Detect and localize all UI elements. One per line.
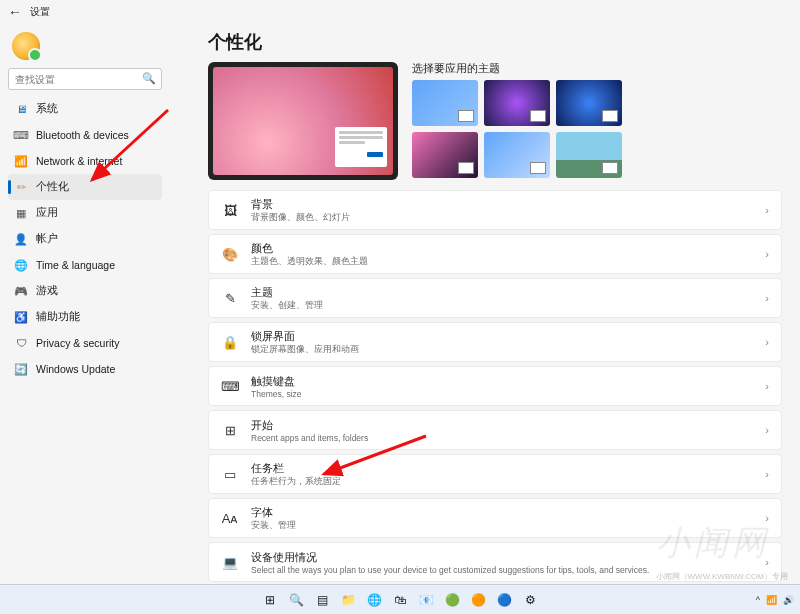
theme-option[interactable] (412, 132, 478, 178)
chevron-right-icon: › (765, 556, 769, 568)
sidebar-icon: 🖥 (14, 102, 28, 116)
settings-card-4[interactable]: ⌨ 触摸键盘 Themes, size › (208, 366, 782, 406)
theme-option[interactable] (412, 80, 478, 126)
sidebar-item-5[interactable]: 👤帐户 (8, 226, 162, 252)
theme-option[interactable] (484, 132, 550, 178)
tray-network-icon[interactable]: 📶 (766, 595, 777, 605)
theme-option[interactable] (556, 80, 622, 126)
card-desc: Themes, size (251, 389, 765, 399)
card-icon: ⌨ (221, 379, 239, 394)
watermark-small: 小闻网（WWW.KWBNW.COM）专用 (656, 571, 788, 582)
card-icon: ▭ (221, 467, 239, 482)
card-desc: 背景图像、颜色、幻灯片 (251, 212, 765, 224)
sidebar-item-label: Bluetooth & devices (36, 129, 129, 141)
card-title: 触摸键盘 (251, 374, 765, 389)
taskbar-icon-3[interactable]: 📁 (338, 590, 358, 610)
settings-card-2[interactable]: ✎ 主题 安装、创建、管理 › (208, 278, 782, 318)
card-icon: 🖼 (221, 203, 239, 218)
card-icon: Aᴀ (221, 511, 239, 526)
theme-option[interactable] (556, 132, 622, 178)
settings-card-5[interactable]: ⊞ 开始 Recent apps and items, folders › (208, 410, 782, 450)
sidebar-icon: ⌨ (14, 128, 28, 142)
sidebar-item-label: 应用 (36, 206, 58, 220)
taskbar-icon-6[interactable]: 📧 (416, 590, 436, 610)
sidebar-item-6[interactable]: 🌐Time & language (8, 252, 162, 278)
taskbar-icon-1[interactable]: 🔍 (286, 590, 306, 610)
sidebar-item-label: Windows Update (36, 363, 115, 375)
card-icon: 🎨 (221, 247, 239, 262)
sidebar-item-label: 辅助功能 (36, 310, 80, 324)
card-icon: 💻 (221, 555, 239, 570)
card-title: 颜色 (251, 241, 765, 256)
sidebar-item-8[interactable]: ♿辅助功能 (8, 304, 162, 330)
taskbar-icon-5[interactable]: 🛍 (390, 590, 410, 610)
sidebar-icon: 📶 (14, 154, 28, 168)
taskbar-icon-2[interactable]: ▤ (312, 590, 332, 610)
settings-card-0[interactable]: 🖼 背景 背景图像、颜色、幻灯片 › (208, 190, 782, 230)
system-tray[interactable]: ^ 📶 🔊 (756, 595, 794, 605)
sidebar-item-2[interactable]: 📶Network & internet (8, 148, 162, 174)
desktop-preview (208, 62, 398, 180)
chevron-right-icon: › (765, 204, 769, 216)
chevron-right-icon: › (765, 248, 769, 260)
sidebar-item-label: 游戏 (36, 284, 58, 298)
taskbar[interactable]: ⊞🔍▤📁🌐🛍📧🟢🟠🔵⚙ ^ 📶 🔊 (0, 584, 800, 614)
sidebar-icon: 🔄 (14, 362, 28, 376)
sidebar-icon: 🛡 (14, 336, 28, 350)
card-title: 主题 (251, 285, 765, 300)
theme-grid (412, 80, 782, 178)
chevron-right-icon: › (765, 512, 769, 524)
settings-card-7[interactable]: Aᴀ 字体 安装、管理 › (208, 498, 782, 538)
search-box[interactable]: 🔍 (8, 68, 162, 90)
sidebar-item-label: Privacy & security (36, 337, 119, 349)
user-avatar[interactable] (12, 32, 40, 60)
settings-card-1[interactable]: 🎨 颜色 主题色、透明效果、颜色主题 › (208, 234, 782, 274)
taskbar-icon-7[interactable]: 🟢 (442, 590, 462, 610)
chevron-right-icon: › (765, 380, 769, 392)
sidebar-item-label: 帐户 (36, 232, 58, 246)
card-desc: 锁定屏幕图像、应用和动画 (251, 344, 765, 356)
card-desc: 任务栏行为，系统固定 (251, 476, 765, 488)
taskbar-icon-10[interactable]: ⚙ (520, 590, 540, 610)
search-icon: 🔍 (142, 72, 156, 85)
sidebar-item-4[interactable]: ▦应用 (8, 200, 162, 226)
back-button[interactable]: ← (8, 4, 22, 20)
taskbar-icon-4[interactable]: 🌐 (364, 590, 384, 610)
chevron-right-icon: › (765, 468, 769, 480)
sidebar-icon: ▦ (14, 206, 28, 220)
card-desc: 主题色、透明效果、颜色主题 (251, 256, 765, 268)
sidebar-icon: ♿ (14, 310, 28, 324)
search-input[interactable] (8, 68, 162, 90)
card-title: 任务栏 (251, 461, 765, 476)
tray-chevron-icon[interactable]: ^ (756, 595, 760, 605)
chevron-right-icon: › (765, 292, 769, 304)
taskbar-icon-8[interactable]: 🟠 (468, 590, 488, 610)
sidebar-item-10[interactable]: 🔄Windows Update (8, 356, 162, 382)
card-icon: ✎ (221, 291, 239, 306)
theme-section-label: 选择要应用的主题 (412, 62, 782, 76)
sidebar-icon: ✏ (14, 180, 28, 194)
sidebar-item-label: 系统 (36, 102, 58, 116)
chevron-right-icon: › (765, 336, 769, 348)
chevron-right-icon: › (765, 424, 769, 436)
card-icon: 🔒 (221, 335, 239, 350)
tray-volume-icon[interactable]: 🔊 (783, 595, 794, 605)
taskbar-icon-9[interactable]: 🔵 (494, 590, 514, 610)
theme-option[interactable] (484, 80, 550, 126)
sidebar-icon: 🎮 (14, 284, 28, 298)
sidebar-item-label: 个性化 (36, 180, 69, 194)
card-desc: 安装、管理 (251, 520, 765, 532)
settings-card-3[interactable]: 🔒 锁屏界面 锁定屏幕图像、应用和动画 › (208, 322, 782, 362)
page-title: 个性化 (208, 30, 782, 54)
sidebar-item-1[interactable]: ⌨Bluetooth & devices (8, 122, 162, 148)
sidebar-item-9[interactable]: 🛡Privacy & security (8, 330, 162, 356)
card-title: 设备使用情况 (251, 550, 765, 565)
preview-window (335, 127, 387, 167)
sidebar-icon: 🌐 (14, 258, 28, 272)
settings-card-6[interactable]: ▭ 任务栏 任务栏行为，系统固定 › (208, 454, 782, 494)
sidebar-item-3[interactable]: ✏个性化 (8, 174, 162, 200)
sidebar-item-0[interactable]: 🖥系统 (8, 96, 162, 122)
sidebar-item-7[interactable]: 🎮游戏 (8, 278, 162, 304)
taskbar-icon-0[interactable]: ⊞ (260, 590, 280, 610)
card-title: 锁屏界面 (251, 329, 765, 344)
